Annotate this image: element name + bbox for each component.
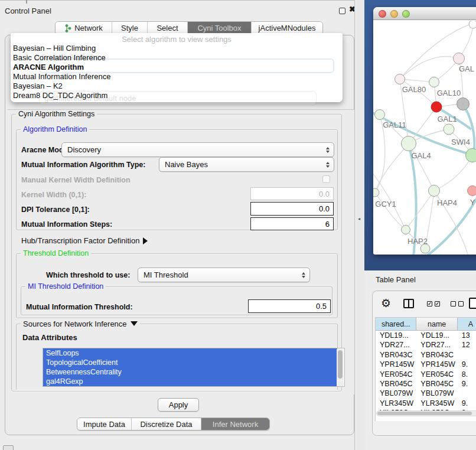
network-edge	[406, 191, 434, 230]
table-row[interactable]: YDR27...YDR27...12	[376, 340, 476, 350]
table-cell: YDL19...	[376, 331, 416, 340]
table-row[interactable]: YLR345WYLR345W9.	[376, 399, 476, 408]
dpi-tolerance-label: DPI Tolerance [0,1]:	[21, 206, 90, 214]
bottom-tabbar: Impute Data Discretize Data Infer Networ…	[77, 418, 270, 431]
table-cell: 13	[458, 331, 476, 340]
manual-kernel-checkbox[interactable]	[322, 175, 330, 183]
table-cell: YBR043C	[416, 350, 457, 360]
column-header[interactable]: name	[416, 318, 457, 330]
sources-group: Sources for Network Inference Data Attri…	[16, 324, 338, 390]
algorithm-option[interactable]: Dream8 DC_TDC Algorithm	[13, 91, 340, 100]
unchecked-checkbox-icon[interactable]	[458, 301, 464, 306]
network-node[interactable]	[431, 102, 442, 112]
node-table[interactable]: shared...nameA YDL19...YDL19...13YDR27..…	[375, 317, 476, 421]
dpi-tolerance-field[interactable]: 0.0	[250, 202, 334, 216]
network-node[interactable]	[420, 244, 430, 253]
hub-definition-toggle[interactable]: Hub/Transcription Factor Definition	[21, 236, 148, 245]
algorithm-option[interactable]: Mutual Information Inference	[13, 72, 340, 81]
network-node[interactable]	[457, 98, 470, 110]
zoom-traffic-light[interactable]	[402, 10, 410, 18]
divider-grip-icon[interactable]: ◂	[358, 216, 360, 221]
attribute-item[interactable]: BetweennessCentrality	[43, 367, 337, 377]
apply-button[interactable]: Apply	[158, 398, 199, 412]
network-node[interactable]	[375, 110, 385, 120]
network-edge	[434, 155, 472, 191]
network-edge	[375, 193, 406, 230]
network-node[interactable]	[429, 77, 439, 87]
column-header[interactable]: A	[458, 318, 476, 330]
attribute-item[interactable]: gal4RGexp	[43, 377, 337, 386]
tab-select[interactable]: Select	[148, 22, 188, 34]
algorithm-option[interactable]: Bayesian – K2	[13, 81, 340, 91]
tab-jactivemnodules[interactable]: jActiveMNodules	[252, 22, 322, 34]
network-node[interactable]	[395, 74, 405, 84]
mi-threshold-field[interactable]: 0.5	[248, 299, 331, 313]
panel-divider[interactable]: ◂	[354, 0, 364, 450]
tab-discretize-data[interactable]: Discretize Data	[132, 418, 201, 430]
aracne-mode-select[interactable]: Discovery	[61, 142, 334, 157]
mi-type-select[interactable]: Naive Bayes	[159, 157, 334, 172]
kernel-width-label: Kernel Width (0,1):	[21, 191, 86, 199]
table-cell: YPR145W	[376, 360, 416, 369]
network-node[interactable]	[444, 124, 454, 135]
minimize-traffic-light[interactable]	[390, 10, 398, 18]
network-window[interactable]: GALGAL80GAL10GAL1GAL11SWI4GAL4GCY1HAP4YH…	[373, 7, 476, 255]
tab-style[interactable]: Style	[112, 22, 148, 34]
table-row[interactable]: YBR043CYBR043C	[376, 350, 476, 360]
algorithm-option[interactable]: ARACNE Algorithm	[13, 63, 340, 72]
network-node[interactable]	[373, 188, 379, 197]
tab-impute-data[interactable]: Impute Data	[77, 418, 132, 430]
kernel-width-field[interactable]: 0.0	[250, 187, 334, 200]
network-node[interactable]	[466, 149, 476, 162]
checked-checkbox-icon[interactable]: ✓	[427, 301, 432, 306]
columns-icon[interactable]	[403, 299, 414, 308]
algorithm-option[interactable]: Basic Correlation Inference	[13, 53, 340, 63]
network-node[interactable]	[402, 226, 410, 234]
attribute-item[interactable]: SelfLoops	[43, 348, 337, 358]
tab-infer-network[interactable]: Infer Network	[201, 418, 269, 430]
float-window-icon[interactable]	[339, 8, 345, 14]
network-node[interactable]	[429, 185, 440, 197]
network-canvas[interactable]: GALGAL80GAL10GAL1GAL11SWI4GAL4GCY1HAP4YH…	[373, 21, 476, 255]
network-window-titlebar[interactable]	[373, 7, 476, 20]
tab-cyni-toolbox[interactable]: Cyni Toolbox	[188, 22, 252, 34]
collapse-down-icon	[131, 321, 138, 326]
tab-network[interactable]: Network	[56, 22, 112, 34]
table-cell: YDL19...	[416, 331, 457, 340]
unchecked-checkbox-icon[interactable]	[451, 301, 456, 306]
network-node[interactable]	[454, 53, 465, 64]
table-toolbar: ⚙ ✓ ✓	[373, 291, 476, 317]
combo-arrows-icon	[326, 162, 330, 168]
which-threshold-select[interactable]: MI Threshold	[138, 268, 310, 282]
table-row[interactable]: YPR145WYPR145W9.	[376, 360, 476, 369]
sources-toggle[interactable]: Sources for Network Inference	[21, 319, 140, 328]
tab-label: Select	[157, 24, 178, 32]
network-node[interactable]	[468, 186, 476, 196]
table-row[interactable]: YBR045CYBR045C9.	[376, 379, 476, 389]
algorithm-option[interactable]: Bayesian – Hill Climbing	[13, 44, 340, 53]
network-node[interactable]	[469, 21, 476, 28]
minimized-panel-chip[interactable]	[3, 445, 14, 450]
table-row[interactable]: YER054CYER054C8.	[376, 370, 476, 379]
network-node[interactable]	[402, 136, 416, 151]
table-row[interactable]: YDL19...YDL19...13	[376, 331, 476, 340]
close-traffic-light[interactable]	[379, 10, 386, 18]
table-cell: YPR145W	[416, 360, 457, 369]
gear-icon[interactable]: ⚙	[381, 296, 391, 310]
tab-label: Cyni Toolbox	[197, 24, 241, 32]
settings-scroll-area: Cyni Algorithm Settings Algorithm Defini…	[8, 109, 354, 394]
list-scrollbar[interactable]	[337, 349, 344, 387]
checked-checkbox-icon[interactable]: ✓	[435, 301, 440, 306]
table-horizontal-scrollbar[interactable]	[376, 410, 476, 416]
data-attributes-list[interactable]: SelfLoopsTopologicalCoefficientBetweenne…	[43, 348, 345, 387]
node-label: GAL10	[437, 89, 461, 97]
node-label: Y	[470, 198, 475, 207]
column-header[interactable]: shared...	[376, 318, 416, 330]
network-tree-icon	[64, 24, 71, 32]
table-cell: 9.	[458, 360, 476, 369]
attribute-item[interactable]: TopologicalCoefficient	[43, 358, 337, 367]
mi-steps-field[interactable]: 6	[250, 217, 334, 230]
table-row[interactable]: YBL079WYBL079W	[376, 389, 476, 398]
mi-steps-label: Mutual Information Steps:	[21, 220, 112, 229]
document-icon[interactable]	[469, 298, 476, 309]
